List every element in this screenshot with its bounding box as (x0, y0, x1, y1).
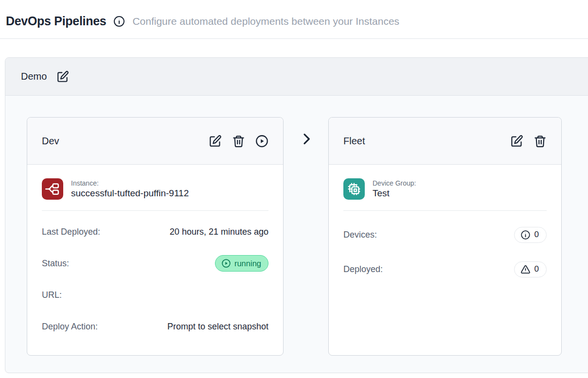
page-subtitle: Configure automated deployments between … (132, 16, 399, 27)
devices-label: Devices: (343, 230, 377, 240)
dev-delete-button[interactable] (232, 135, 245, 148)
devices-count: 0 (535, 230, 539, 240)
stage-card-dev: Dev (27, 117, 284, 356)
edit-icon (56, 70, 69, 83)
url-label: URL: (42, 290, 62, 300)
fleet-source-row: Device Group: Test (343, 178, 547, 200)
pipeline-panel: Demo Dev (5, 57, 588, 373)
fleet-card-actions (510, 135, 547, 148)
stage-card-fleet: Fleet (328, 117, 562, 356)
last-deployed-value: 20 hours, 21 minutes ago (170, 227, 268, 237)
status-row: Status: running (42, 253, 268, 274)
page-info-button[interactable] (113, 16, 125, 27)
warning-triangle-icon (520, 264, 531, 275)
dev-card-actions (209, 135, 268, 148)
divider (343, 210, 547, 211)
info-circle-icon (520, 230, 531, 240)
deployed-count: 0 (535, 264, 539, 274)
instance-icon (42, 178, 63, 200)
deployed-count-badge[interactable]: 0 (514, 261, 547, 277)
pipeline-panel-header: Demo (5, 58, 588, 96)
devices-row: Devices: 0 (343, 224, 547, 245)
last-deployed-label: Last Deployed: (42, 227, 100, 237)
status-badge: running (215, 255, 268, 272)
trash-icon (232, 135, 245, 148)
device-group-label: Device Group: (373, 179, 416, 187)
deploy-action-value: Prompt to select snapshot (167, 322, 268, 332)
dev-card-body: Instance: successful-tufted-puffin-9112 … (27, 165, 283, 355)
fleet-card-header: Fleet (329, 118, 561, 165)
edit-icon (510, 135, 523, 148)
play-circle-icon (221, 258, 231, 268)
fleet-source-text: Device Group: Test (373, 179, 416, 199)
device-group-icon (343, 178, 365, 200)
fleet-edit-button[interactable] (510, 135, 523, 148)
page-title: DevOps Pipelines (6, 14, 106, 28)
pipeline-name: Demo (21, 71, 47, 82)
pipeline-stages: Dev (5, 96, 588, 373)
trash-icon (534, 135, 547, 148)
fleet-card-body: Device Group: Test Devices: 0 (329, 165, 561, 355)
deploy-action-label: Deploy Action: (42, 322, 98, 332)
play-circle-icon (255, 135, 268, 148)
status-value: running (234, 259, 261, 268)
url-row: URL: (42, 284, 268, 306)
dev-card-header: Dev (27, 118, 283, 165)
dev-run-button[interactable] (255, 135, 268, 148)
deployed-row: Deployed: 0 (343, 258, 547, 280)
fleet-card-title: Fleet (343, 136, 365, 147)
dev-source-row: Instance: successful-tufted-puffin-9112 (42, 178, 268, 200)
dev-edit-button[interactable] (209, 135, 222, 148)
edit-icon (209, 135, 222, 148)
page-header: DevOps Pipelines Configure automated dep… (0, 0, 588, 39)
device-group-name: Test (373, 188, 416, 199)
instance-name: successful-tufted-puffin-9112 (71, 188, 189, 199)
divider (42, 210, 268, 211)
devices-count-badge[interactable]: 0 (514, 227, 547, 243)
info-circle-icon (113, 16, 125, 27)
dev-source-text: Instance: successful-tufted-puffin-9112 (71, 179, 189, 199)
deployed-label: Deployed: (343, 264, 383, 275)
status-label: Status: (42, 258, 69, 269)
dev-card-title: Dev (42, 136, 59, 147)
fleet-delete-button[interactable] (534, 135, 547, 148)
last-deployed-row: Last Deployed: 20 hours, 21 minutes ago (42, 221, 268, 242)
deploy-action-row: Deploy Action: Prompt to select snapshot (42, 316, 268, 337)
edit-pipeline-button[interactable] (56, 70, 69, 83)
instance-label: Instance: (71, 179, 189, 187)
stage-connector-chevron-icon (299, 131, 314, 147)
